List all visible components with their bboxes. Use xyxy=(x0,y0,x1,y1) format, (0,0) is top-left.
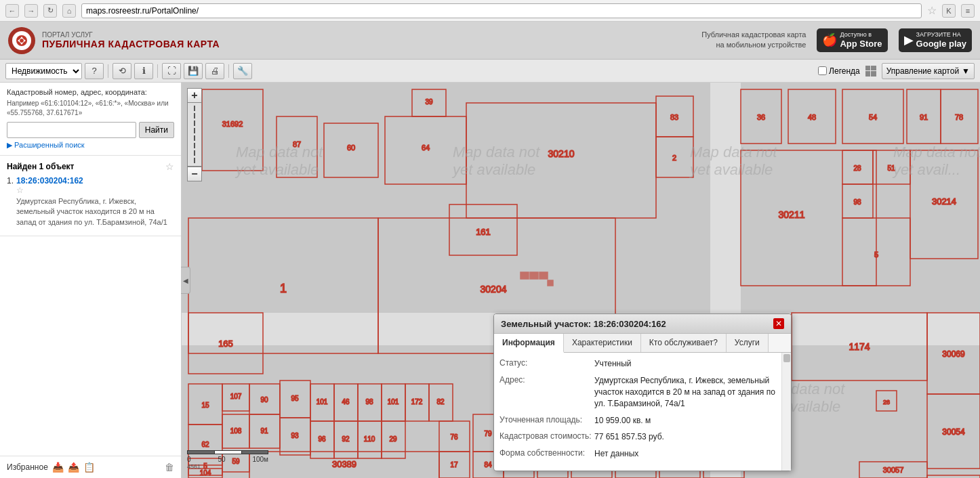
toolbar-save-btn[interactable]: 💾 xyxy=(184,63,203,79)
popup-close-button[interactable]: ✕ xyxy=(773,318,784,329)
scale-label-100: 100м xyxy=(252,456,268,463)
svg-text:51: 51 xyxy=(887,165,895,172)
property-type-select[interactable]: Недвижимость xyxy=(5,63,82,79)
popup-scrollbar[interactable] xyxy=(781,353,791,471)
scale-bar-line xyxy=(187,450,268,454)
result-id-link[interactable]: 18:26:030204:162 xyxy=(16,176,174,186)
googleplay-label: Google play xyxy=(916,39,966,49)
toolbar-separator-1 xyxy=(108,64,108,78)
search-hint: Кадастровый номер, адрес, координата: xyxy=(7,88,174,96)
search-input-row: Найти xyxy=(7,122,174,138)
svg-text:90: 90 xyxy=(260,396,268,404)
map-area[interactable]: 31692 87 60 64 30210 39 83 2 36 xyxy=(182,83,980,478)
svg-text:76: 76 xyxy=(450,433,458,441)
kaspersky-icon: K xyxy=(942,4,956,18)
svg-text:98: 98 xyxy=(853,198,861,206)
svg-text:28: 28 xyxy=(853,165,861,172)
popup-value-status: Учтенный xyxy=(594,358,785,370)
svg-text:87: 87 xyxy=(293,140,301,148)
svg-text:165: 165 xyxy=(218,339,233,349)
results-favorite-star[interactable]: ☆ xyxy=(165,161,174,172)
svg-text:64: 64 xyxy=(422,144,430,152)
svg-text:96: 96 xyxy=(318,435,326,443)
zoom-in-button[interactable]: + xyxy=(187,88,202,103)
svg-rect-133 xyxy=(530,272,538,279)
svg-text:26: 26 xyxy=(883,399,890,406)
legend-label: Легенда xyxy=(829,66,860,76)
sidebar-collapse-button[interactable]: ◀ xyxy=(181,267,190,294)
popup-title: Земельный участок: 18:26:030204:162 xyxy=(501,319,666,329)
advanced-search-link[interactable]: ▶ Расширенный поиск xyxy=(7,141,174,150)
popup-content[interactable]: Статус: Учтенный Адрес: Удмуртская Респу… xyxy=(494,353,791,471)
svg-text:1: 1 xyxy=(280,282,287,295)
appstore-button[interactable]: 🍎 Доступно в App Store xyxy=(817,28,887,51)
svg-text:54: 54 xyxy=(869,113,877,121)
toolbar-settings-btn[interactable]: 🔧 xyxy=(233,63,252,79)
popup-label-status: Статус: xyxy=(499,358,594,368)
toolbar-info-btn[interactable]: ℹ xyxy=(134,63,153,79)
search-button[interactable]: Найти xyxy=(139,122,174,138)
grid-icon xyxy=(865,66,876,77)
popup-value-cost: 77 651 857.53 руб. xyxy=(594,431,785,443)
toolbar-zoom-btn[interactable]: ⛶ xyxy=(162,63,181,79)
map-control-label: Управление картой xyxy=(886,66,959,76)
favorites-export-icon[interactable]: 📤 xyxy=(68,462,79,473)
googleplay-button[interactable]: ▶ ЗАГРУЗИТЕ НА Google play xyxy=(899,28,972,51)
refresh-button[interactable]: ↻ xyxy=(43,4,57,18)
popup-label-address: Адрес: xyxy=(499,375,594,385)
scale-label-50: 50 xyxy=(218,456,225,463)
legend-checkbox-label[interactable]: Легенда xyxy=(818,66,860,76)
scale-segment-3 xyxy=(241,450,268,454)
svg-text:93: 93 xyxy=(291,432,299,439)
info-popup: Земельный участок: 18:26:030204:162 ✕ Ин… xyxy=(493,313,792,471)
svg-text:91: 91 xyxy=(920,113,928,121)
toolbar-measure-btn[interactable]: ⟲ xyxy=(113,63,131,79)
svg-text:79: 79 xyxy=(484,430,492,437)
favorites-section: Избранное 📥 📤 📋 🗑 xyxy=(0,456,181,478)
favorites-delete-icon[interactable]: 🗑 xyxy=(165,462,174,473)
main-area: Кадастровый номер, адрес, координата: На… xyxy=(0,83,980,478)
svg-text:91: 91 xyxy=(260,427,268,435)
svg-text:172: 172 xyxy=(411,398,423,406)
legend-checkbox[interactable] xyxy=(818,66,827,75)
favorites-add-icon[interactable]: 📥 xyxy=(52,462,64,473)
logo-inner xyxy=(12,31,31,50)
toolbar-help-btn[interactable]: ? xyxy=(85,63,104,79)
svg-text:15: 15 xyxy=(201,401,209,409)
toolbar-print-btn[interactable]: 🖨 xyxy=(205,63,224,79)
forward-button[interactable]: → xyxy=(24,4,38,18)
results-count: Найден 1 объект xyxy=(7,162,75,171)
svg-text:5: 5 xyxy=(874,251,878,259)
appstore-sublabel: Доступно в xyxy=(840,31,882,39)
svg-text:1174: 1174 xyxy=(849,341,870,352)
left-sidebar: Кадастровый номер, адрес, координата: На… xyxy=(0,83,182,478)
googleplay-icon: ▶ xyxy=(904,32,914,47)
result-star[interactable]: ☆ xyxy=(16,186,174,195)
extension-icon: ≡ xyxy=(961,4,975,18)
favorites-list-icon[interactable]: 📋 xyxy=(83,462,95,473)
toolbar-right: Легенда Управление картой ▼ xyxy=(818,63,975,79)
result-description: Удмуртская Республика, г. Ижевск, земель… xyxy=(16,196,174,227)
svg-text:2: 2 xyxy=(672,154,676,162)
bookmark-star[interactable]: ☆ xyxy=(927,4,937,17)
zoom-out-button[interactable]: − xyxy=(187,167,202,181)
svg-text:101: 101 xyxy=(388,398,399,406)
tab-characteristics[interactable]: Характеристики xyxy=(564,334,641,352)
svg-text:30204: 30204 xyxy=(481,284,507,295)
search-input[interactable] xyxy=(7,122,136,138)
svg-rect-134 xyxy=(539,272,548,279)
tab-services[interactable]: Кто обслуживает? xyxy=(641,334,727,352)
svg-rect-135 xyxy=(548,280,553,286)
app-header: ПОРТАЛ УСЛУГ ПУБЛИЧНАЯ КАДАСТРОВАЯ КАРТА… xyxy=(0,22,980,60)
scale-segment-1 xyxy=(187,450,214,454)
tab-services-2[interactable]: Услуги xyxy=(727,334,769,352)
map-control-button[interactable]: Управление картой ▼ xyxy=(882,63,975,79)
dropdown-arrow: ▼ xyxy=(962,66,970,76)
svg-text:31692: 31692 xyxy=(222,120,243,128)
search-hint-detail: Например «61:6:10104:12», «61:6:*», «Мос… xyxy=(7,99,174,118)
back-button[interactable]: ← xyxy=(5,4,19,18)
popup-row-area: Уточненная площадь: 10 959.00 кв. м xyxy=(499,415,785,427)
home-button[interactable]: ⌂ xyxy=(62,4,76,18)
url-bar[interactable] xyxy=(81,3,922,18)
tab-info[interactable]: Информация xyxy=(494,334,564,353)
